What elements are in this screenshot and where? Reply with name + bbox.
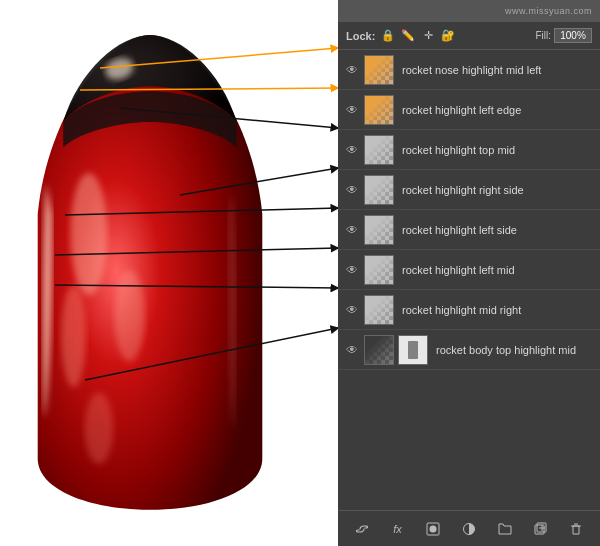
fill-area: Fill: bbox=[535, 28, 592, 43]
adjustment-layer-button[interactable] bbox=[458, 518, 480, 540]
visibility-icon[interactable]: 👁 bbox=[344, 142, 360, 158]
svg-point-2 bbox=[114, 270, 145, 362]
watermark-text: www.missyuan.com bbox=[505, 6, 592, 16]
lock-label: Lock: bbox=[346, 30, 375, 42]
visibility-icon[interactable]: 👁 bbox=[344, 102, 360, 118]
layer-thumbnail bbox=[364, 215, 394, 245]
layer-thumbnail bbox=[364, 175, 394, 205]
layer-item[interactable]: 👁 rocket highlight right side bbox=[338, 170, 600, 210]
layer-thumbnail bbox=[364, 335, 394, 365]
layer-item[interactable]: 👁 rocket body top highlight mid bbox=[338, 330, 600, 370]
brush-lock-icon[interactable]: ✏️ bbox=[401, 29, 415, 43]
svg-point-0 bbox=[70, 173, 107, 295]
add-mask-button[interactable] bbox=[422, 518, 444, 540]
layers-list: 👁 rocket nose highlight mid left 👁 rocke… bbox=[338, 50, 600, 510]
svg-point-1 bbox=[61, 285, 86, 387]
lock-bar: Lock: 🔒 ✏️ ✛ 🔐 Fill: bbox=[338, 22, 600, 50]
layer-item[interactable]: 👁 rocket highlight left edge bbox=[338, 90, 600, 130]
fill-label: Fill: bbox=[535, 30, 551, 41]
layer-thumbnail bbox=[364, 295, 394, 325]
layer-item[interactable]: 👁 rocket highlight mid right bbox=[338, 290, 600, 330]
layer-mask-thumbnail bbox=[398, 335, 428, 365]
move-lock-icon[interactable]: ✛ bbox=[421, 29, 435, 43]
layer-item[interactable]: 👁 rocket highlight left side bbox=[338, 210, 600, 250]
visibility-icon[interactable]: 👁 bbox=[344, 62, 360, 78]
delete-layer-button[interactable] bbox=[565, 518, 587, 540]
visibility-icon[interactable]: 👁 bbox=[344, 342, 360, 358]
layer-name: rocket body top highlight mid bbox=[432, 344, 594, 356]
layer-name: rocket nose highlight mid left bbox=[398, 64, 594, 76]
visibility-icon[interactable]: 👁 bbox=[344, 182, 360, 198]
layer-thumbnail bbox=[364, 55, 394, 85]
layer-name: rocket highlight left mid bbox=[398, 264, 594, 276]
layers-panel: www.missyuan.com Lock: 🔒 ✏️ ✛ 🔐 Fill: 👁 … bbox=[338, 0, 600, 546]
svg-point-14 bbox=[430, 525, 437, 532]
lock-icon[interactable]: 🔒 bbox=[381, 29, 395, 43]
visibility-icon[interactable]: 👁 bbox=[344, 222, 360, 238]
new-group-button[interactable] bbox=[494, 518, 516, 540]
new-layer-button[interactable] bbox=[529, 518, 551, 540]
svg-point-3 bbox=[85, 392, 114, 463]
all-lock-icon[interactable]: 🔐 bbox=[441, 29, 455, 43]
visibility-icon[interactable]: 👁 bbox=[344, 262, 360, 278]
rocket-illustration bbox=[20, 30, 280, 520]
layer-name: rocket highlight mid right bbox=[398, 304, 594, 316]
layer-name: rocket highlight top mid bbox=[398, 144, 594, 156]
layers-bottom-toolbar: fx bbox=[338, 510, 600, 546]
layer-thumbnail bbox=[364, 95, 394, 125]
layer-item[interactable]: 👁 rocket highlight left mid bbox=[338, 250, 600, 290]
svg-rect-16 bbox=[535, 525, 544, 534]
layer-thumbnail bbox=[364, 135, 394, 165]
link-layers-button[interactable] bbox=[351, 518, 373, 540]
watermark-bar: www.missyuan.com bbox=[338, 0, 600, 22]
layer-thumbnail bbox=[364, 255, 394, 285]
canvas-area bbox=[0, 0, 340, 546]
layer-fx-button[interactable]: fx bbox=[387, 518, 409, 540]
layer-item[interactable]: 👁 rocket highlight top mid bbox=[338, 130, 600, 170]
visibility-icon[interactable]: 👁 bbox=[344, 302, 360, 318]
layer-name: rocket highlight left edge bbox=[398, 104, 594, 116]
layer-item[interactable]: 👁 rocket nose highlight mid left bbox=[338, 50, 600, 90]
fill-input[interactable] bbox=[554, 28, 592, 43]
layer-name: rocket highlight right side bbox=[398, 184, 594, 196]
layer-name: rocket highlight left side bbox=[398, 224, 594, 236]
